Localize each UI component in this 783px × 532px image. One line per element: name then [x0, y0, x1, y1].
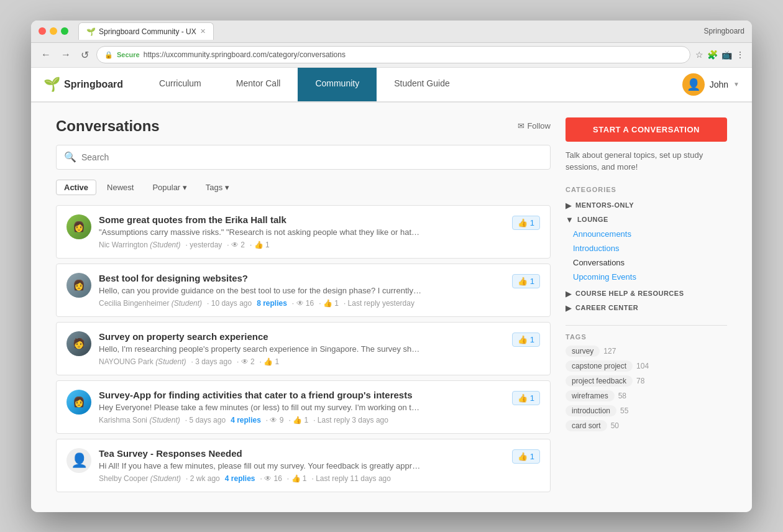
search-bar[interactable]: 🔍 [56, 145, 551, 170]
post-views: · 👁 16 [260, 474, 282, 483]
address-bar: ← → ↺ 🔒 Secure https://uxcommunity.sprin… [31, 43, 752, 68]
filter-popular[interactable]: Popular ▾ [144, 180, 195, 195]
post-avatar: 👤 [66, 448, 91, 473]
post-time: · yesterday [186, 241, 222, 249]
window-title: Springboard [704, 27, 744, 35]
tag-card-sort[interactable]: card sort [566, 420, 607, 431]
nav-tab-mentor-call[interactable]: Mentor Call [219, 68, 298, 101]
nav-tab-curriculum[interactable]: Curriculum [142, 68, 219, 101]
post-author: NAYOUNG Park (Student) [99, 357, 186, 366]
start-conversation-button[interactable]: START A CONVERSATION [566, 117, 727, 142]
main-content: Conversations ✉ Follow 🔍 Active Newest P… [31, 103, 752, 512]
filter-tabs: Active Newest Popular ▾ Tags ▾ [56, 180, 551, 195]
post-author: Cecilia Bingenheimer (Student) [99, 299, 202, 308]
post-views: · 👁 2 [237, 357, 255, 366]
post-avatar: 👩 [66, 273, 91, 298]
filter-tags[interactable]: Tags ▾ [198, 180, 237, 195]
post-last-reply: · Last reply yesterday [344, 299, 414, 308]
post-title[interactable]: Some great quotes from the Erika Hall ta… [99, 214, 505, 225]
category-introductions[interactable]: Introductions [566, 241, 727, 255]
like-button[interactable]: 👍 1 [512, 274, 540, 288]
post-title[interactable]: Best tool for designing websites? [99, 273, 505, 283]
category-upcoming-events[interactable]: Upcoming Events [566, 270, 727, 284]
extensions-icon[interactable]: 🧩 [707, 50, 718, 60]
like-button[interactable]: 👍 1 [512, 332, 540, 347]
post-like: 👍 1 [512, 448, 540, 483]
categories-title: CATEGORIES [566, 186, 727, 193]
tag-introduction[interactable]: introduction [566, 405, 616, 416]
search-icon: 🔍 [64, 151, 76, 163]
post-preview: Hello, can you provide guidance on the b… [99, 286, 422, 295]
category-conversations[interactable]: Conversations [566, 255, 727, 270]
category-mentors-only[interactable]: ▶ MENTORS-ONLY [566, 198, 727, 213]
post-views: · 👁 2 [227, 241, 245, 249]
nav-tab-community[interactable]: Community [298, 68, 377, 101]
forward-button[interactable]: → [58, 48, 73, 62]
post-title[interactable]: Survey on property search experience [99, 331, 505, 342]
post-likes-meta: · 👍 1 [250, 241, 270, 249]
minimize-button[interactable] [50, 27, 57, 35]
user-name: John [710, 80, 728, 89]
tab-close-icon[interactable]: ✕ [200, 27, 206, 35]
post-body: Survey-App for finding activities that c… [99, 390, 505, 424]
post-body: Best tool for designing websites? Hello,… [99, 273, 505, 308]
collapsed-arrow-icon: ▶ [566, 201, 572, 210]
star-icon[interactable]: ☆ [695, 50, 703, 60]
post-title[interactable]: Survey-App for finding activities that c… [99, 390, 505, 400]
search-input[interactable] [81, 152, 543, 162]
tab-bar: 🌱 Springboard Community - UX ✕ [78, 22, 699, 40]
logo[interactable]: 🌱 Springboard [44, 76, 123, 93]
like-button[interactable]: 👍 1 [512, 391, 540, 405]
tag-count: 50 [611, 421, 619, 430]
post-preview: "Assumptions carry massive risks." "Rese… [99, 227, 422, 237]
category-course-help[interactable]: ▶ COURSE HELP & RESOURCES [566, 287, 727, 301]
post-replies[interactable]: 4 replies [231, 416, 261, 424]
like-button[interactable]: 👍 1 [512, 216, 540, 230]
filter-newest[interactable]: Newest [99, 180, 142, 195]
post-like: 👍 1 [512, 214, 540, 249]
follow-button[interactable]: ✉ Follow [518, 121, 551, 131]
nav-tab-student-guide[interactable]: Student Guide [377, 68, 467, 101]
tag-project-feedback[interactable]: project feedback [566, 375, 633, 387]
refresh-button[interactable]: ↺ [78, 48, 91, 62]
post-likes-meta: · 👍 1 [319, 299, 339, 308]
more-icon[interactable]: ⋮ [736, 50, 744, 60]
post-replies[interactable]: 4 replies [225, 474, 255, 483]
category-lounge[interactable]: ▼ LOUNGE [566, 213, 727, 227]
post-avatar: 🧑 [66, 331, 91, 356]
post-views: · 👁 9 [266, 416, 284, 424]
post-last-reply: · Last reply 3 days ago [313, 416, 388, 424]
nav-right: 👤 John ▼ [682, 73, 740, 96]
post-title[interactable]: Tea Survey - Responses Needed [99, 448, 505, 459]
category-career-center[interactable]: ▶ CAREER CENTER [566, 301, 727, 315]
category-announcements[interactable]: Announcements [566, 227, 727, 241]
post-author: Nic Warrington (Student) [99, 241, 181, 249]
post-author: Karishma Soni (Student) [99, 416, 180, 424]
categories-section: CATEGORIES ▶ MENTORS-ONLY ▼ LOUNGE Annou… [566, 186, 727, 315]
tags-title: TAGS [566, 333, 727, 341]
cast-icon[interactable]: 📺 [721, 50, 732, 60]
tag-item: capstone project 104 [566, 360, 727, 372]
maximize-button[interactable] [61, 27, 68, 35]
post-time: · 3 days ago [191, 357, 231, 366]
post-preview: Hello, I'm researching people's property… [99, 344, 422, 354]
browser-tab[interactable]: 🌱 Springboard Community - UX ✕ [78, 22, 214, 40]
post-item: 👩 Survey-App for finding activities that… [56, 380, 551, 434]
url-bar[interactable]: 🔒 Secure https://uxcommunity.springboard… [96, 46, 690, 63]
collapsed-arrow-icon: ▶ [566, 303, 572, 313]
post-time: · 5 days ago [185, 416, 226, 424]
chevron-down-icon[interactable]: ▼ [733, 81, 740, 88]
post-body: Survey on property search experience Hel… [99, 331, 505, 366]
filter-active[interactable]: Active [56, 180, 96, 195]
like-button[interactable]: 👍 1 [512, 449, 540, 464]
tag-item: card sort 50 [566, 420, 727, 431]
tag-survey[interactable]: survey [566, 346, 600, 357]
close-button[interactable] [39, 27, 46, 35]
back-button[interactable]: ← [39, 48, 53, 62]
post-like: 👍 1 [512, 390, 540, 424]
post-item: 🧑 Survey on property search experience H… [56, 322, 551, 375]
tag-capstone-project[interactable]: capstone project [566, 360, 633, 372]
post-replies[interactable]: 8 replies [257, 299, 287, 308]
tag-wireframes[interactable]: wireframes [566, 390, 615, 401]
right-panel: START A CONVERSATION Talk about general … [566, 117, 727, 497]
